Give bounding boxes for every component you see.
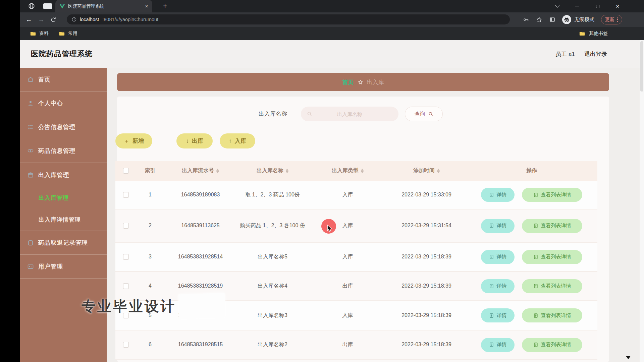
sidebar-item-公告信息管理[interactable]: 公告信息管理 [20, 115, 107, 139]
sort-carets[interactable] [437, 169, 440, 173]
table-header-cell[interactable]: 出入库类型 [308, 161, 387, 181]
detail-button[interactable]: 详情 [481, 308, 515, 322]
table-row: 1 1648539189083 取 1、2、3 药品 100份 入库 2022-… [115, 181, 597, 209]
page-scrollbar[interactable] [640, 40, 644, 362]
inbound-button[interactable]: ↑入库 [220, 133, 255, 148]
sidebar-item-用户管理[interactable]: 用户管理 [20, 255, 107, 279]
sidebar-item-药品信息管理[interactable]: 药品信息管理 [20, 139, 107, 163]
breadcrumb-home[interactable]: 首页 [342, 78, 354, 86]
detail-button[interactable]: 详情 [481, 279, 515, 293]
document-icon [533, 223, 538, 228]
window-minimize-button[interactable] [571, 0, 583, 12]
box-icon [27, 172, 34, 178]
side-panel-icon[interactable] [549, 16, 555, 23]
browser-toolbar: ← → localhost:8081/#/yaopinChuruInout 无痕… [20, 12, 644, 27]
detail-button[interactable]: 详情 [481, 338, 515, 352]
view-list-detail-button[interactable]: 查看列表详情 [522, 219, 582, 233]
select-all-cell [115, 161, 136, 181]
table-header-cell[interactable]: 添加时间 [387, 161, 466, 181]
password-key-icon[interactable] [523, 16, 529, 23]
cell-serial: 164853831928519 [164, 282, 237, 290]
cell-serial: 164853831928514 [164, 253, 237, 261]
row-checkbox[interactable] [123, 223, 129, 229]
table-header-cell[interactable]: 索引 [136, 161, 164, 181]
window-maximize-button[interactable] [591, 0, 604, 12]
cell-type: 入库 [308, 253, 387, 261]
view-list-detail-button[interactable]: 查看列表详情 [522, 308, 582, 322]
cell-serial: 1648539189083 [164, 191, 237, 199]
current-user-label: 员工 a1 [555, 50, 575, 58]
browser-menu-icon[interactable] [617, 17, 618, 22]
view-list-detail-button[interactable]: 查看列表详情 [522, 279, 582, 293]
query-button[interactable]: 查询 [405, 107, 443, 121]
sidebar-item-首页[interactable]: 首页 [20, 68, 107, 92]
sidebar-item-药品取退记录管理[interactable]: 药品取退记录管理 [20, 231, 107, 255]
tab-close-icon[interactable]: × [145, 3, 148, 9]
back-button[interactable]: ← [24, 16, 33, 23]
window-close-button[interactable]: × [611, 0, 624, 12]
active-tab[interactable]: 医院药品管理系统 × [55, 0, 152, 12]
sort-carets[interactable] [286, 169, 288, 173]
sort-carets[interactable] [361, 169, 364, 173]
site-info-icon[interactable] [71, 17, 77, 22]
sidebar-menu: 首页 个人中心 公告信息管理 药品信息管理 出入库管理 出入库管理 出入库详情管… [20, 68, 107, 362]
tab-divider [39, 3, 39, 9]
row-checkbox[interactable] [123, 283, 129, 289]
view-list-detail-button[interactable]: 查看列表详情 [522, 250, 582, 264]
table-header-cell[interactable]: 出入库名称 [237, 161, 308, 181]
outbound-button[interactable]: ↓出库 [176, 133, 213, 148]
sidebar-item-个人中心[interactable]: 个人中心 [20, 92, 107, 115]
cell-type: 入库 [308, 191, 387, 199]
detail-button[interactable]: 详情 [481, 250, 515, 264]
bookmarks-left: 资料 常用 [20, 31, 77, 37]
incognito-badge: 无痕模式 [562, 15, 594, 24]
incognito-icon [562, 15, 571, 24]
bookmark-item[interactable]: 资料 [30, 31, 49, 37]
pinned-tab[interactable] [43, 3, 52, 9]
add-button[interactable]: ＋新增 [115, 133, 152, 148]
scrollbar-thumb[interactable] [640, 41, 643, 92]
cell-name: 出入库名称3 [237, 311, 308, 320]
row-checkbox[interactable] [123, 342, 129, 348]
search-input-magnifier-icon [307, 111, 312, 117]
logout-link[interactable]: 退出登录 [584, 50, 607, 58]
detail-button[interactable]: 详情 [481, 219, 515, 233]
sidebar-subitem-出入库详情管理[interactable]: 出入库详情管理 [20, 209, 107, 231]
cell-index: 1 [136, 191, 164, 199]
document-icon [533, 192, 538, 197]
update-button[interactable]: 更新 [601, 15, 622, 24]
row-checkbox[interactable] [123, 192, 129, 198]
url-path: :8081/#/yaopinChuruInout [102, 17, 158, 22]
sort-carets[interactable] [216, 169, 219, 173]
cell-index: 2 [136, 222, 164, 230]
document-icon [489, 254, 494, 259]
address-bar[interactable]: localhost:8081/#/yaopinChuruInout [67, 14, 510, 24]
view-list-detail-button[interactable]: 查看列表详情 [522, 338, 582, 352]
row-checkbox[interactable] [123, 254, 129, 260]
cell-type: 出库 [308, 282, 387, 290]
document-icon [489, 192, 494, 197]
table-row: 6 164853831928515 出入库名称2 出库 2022-03-29 1… [115, 330, 597, 360]
document-icon [533, 313, 538, 318]
view-list-detail-button[interactable]: 查看列表详情 [522, 188, 582, 202]
bookmark-star-icon[interactable] [536, 16, 542, 23]
document-icon [489, 223, 494, 228]
search-label: 出入库名称 [259, 107, 287, 121]
other-bookmarks[interactable]: 其他书签 [575, 27, 608, 40]
new-tab-button[interactable]: + [161, 2, 169, 10]
sidebar-item-出入库管理[interactable]: 出入库管理 [20, 163, 107, 187]
sidebar-subitem-出入库管理[interactable]: 出入库管理 [20, 187, 107, 209]
reload-icon[interactable] [50, 17, 56, 23]
table-header-cell[interactable]: 出入库流水号 [164, 161, 237, 181]
window-chevron-button[interactable] [551, 0, 564, 12]
table-header-cell[interactable]: 操作 [466, 161, 597, 181]
select-all-checkbox[interactable] [123, 168, 129, 174]
bookmarks-divider [575, 31, 575, 36]
folder-icon [30, 31, 36, 36]
detail-button[interactable]: 详情 [481, 188, 515, 202]
forward-button[interactable]: → [37, 16, 46, 23]
cell-serial: 164853831928515 [164, 341, 237, 349]
table-row: 3 164853831928514 出入库名称5 入库 2022-03-29 1… [115, 243, 597, 272]
search-input[interactable] [301, 107, 398, 121]
bookmark-item[interactable]: 常用 [59, 31, 77, 37]
